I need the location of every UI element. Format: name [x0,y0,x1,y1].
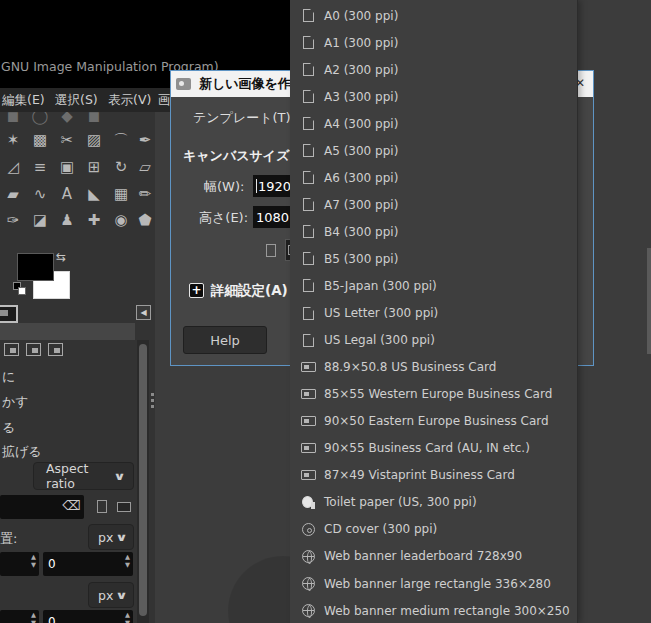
rotate-tool-icon[interactable]: ↻ [109,155,133,179]
clone-tool-icon[interactable]: ♟ [55,208,79,232]
option-feather-label[interactable]: かす [2,393,29,411]
shear-tool-icon[interactable]: ▱ [133,155,155,179]
chevron-down-icon: ∨ [115,589,128,602]
template-option[interactable]: A6 (300 ppi) [290,164,577,191]
landscape-orientation-button[interactable] [114,496,133,517]
menu-item-1[interactable]: 編集(E) [2,92,45,109]
perspective-clone-tool-icon[interactable]: ◉ [109,208,133,232]
template-option[interactable]: 85×55 Western Europe Business Card [290,381,577,408]
template-option[interactable]: A2 (300 ppi) [290,56,577,83]
pencil-tool-icon[interactable]: ✏ [133,182,155,206]
advanced-options-expander[interactable]: 詳細設定(A) [211,282,288,300]
portrait-orientation-button[interactable] [92,496,111,517]
position-y-spinner[interactable]: 0 ▲▼ [43,552,133,576]
tool-clipped-3-icon[interactable]: ◆ [55,112,79,128]
portrait-orientation-button[interactable] [261,239,281,261]
mode-replace-icon[interactable] [4,343,19,356]
perspective-tool-icon[interactable]: ▰ [1,182,25,206]
template-option[interactable]: US Letter (300 ppi) [290,300,577,327]
portrait-icon [97,500,107,513]
menu-item-3[interactable]: 表示(V) [108,92,151,109]
foreground-select-tool-icon[interactable]: ▨ [82,128,106,152]
globe-icon [300,548,316,564]
template-option[interactable]: 88.9×50.8 US Business Card [290,354,577,381]
gradient-tool-icon[interactable]: ▦ [109,182,133,206]
swap-colors-icon[interactable]: ⇆ [56,250,66,264]
template-option[interactable]: B5-Japan (300 ppi) [290,272,577,299]
size-width-spinner[interactable]: ▲▼ [0,610,39,623]
template-option[interactable]: A4 (300 ppi) [290,110,577,137]
template-option[interactable]: Web banner leaderboard 728x90 [290,543,577,570]
template-option[interactable]: CD cover (300 ppi) [290,516,577,543]
template-option[interactable]: B4 (300 ppi) [290,218,577,245]
color-picker-tool-icon[interactable]: ✒ [133,128,155,152]
option-antialias-label[interactable]: に [2,368,15,386]
text-caret [256,179,257,193]
measure-tool-icon[interactable]: ◿ [1,155,25,179]
menu-item-2[interactable]: 選択(S) [55,92,98,109]
template-option[interactable]: A5 (300 ppi) [290,137,577,164]
template-option[interactable]: A0 (300 ppi) [290,2,577,29]
crop-tool-icon[interactable]: ▣ [55,155,79,179]
paths-tool-icon[interactable]: ⌒ [109,128,133,152]
tool-options-scrollbar[interactable] [137,340,149,623]
dialog-title: 新しい画像を作成 [199,75,304,93]
template-option[interactable]: A1 (300 ppi) [290,29,577,56]
template-option[interactable]: Web banner medium rectangle 300×250 [290,597,577,623]
spin-up-icon[interactable]: ▲ [31,612,36,619]
panel-resize-handle[interactable] [151,393,154,411]
spin-down-icon[interactable]: ▼ [125,620,130,623]
help-button[interactable]: Help [183,326,267,354]
scissors-select-tool-icon[interactable]: ✂ [55,128,79,152]
unified-transform-tool-icon[interactable]: ⊞ [82,155,106,179]
eraser-tool-icon[interactable]: ◪ [28,208,52,232]
template-option[interactable]: US Legal (300 ppi) [290,327,577,354]
expander-plus-icon[interactable]: + [189,283,204,298]
template-option[interactable]: 90×50 Eastern Europe Business Card [290,408,577,435]
tool-clipped-2-icon[interactable]: ◯ [28,112,52,128]
fuzzy-select-tool-icon[interactable]: ✶ [1,128,25,152]
size-unit-select[interactable]: px ∨ [88,582,134,608]
option-expand-center-label[interactable]: 拡げる [2,443,42,461]
aspect-ratio-select[interactable]: Aspect ratio ∨ [33,462,134,490]
bucket-fill-tool-icon[interactable]: ◣ [82,182,106,206]
spin-down-icon[interactable]: ▼ [31,620,36,623]
spin-up-icon[interactable]: ▲ [31,554,36,561]
mode-subtract-icon[interactable] [48,343,63,356]
template-option[interactable]: A7 (300 ppi) [290,191,577,218]
spin-down-icon[interactable]: ▼ [31,562,36,569]
default-colors-icon[interactable] [13,282,26,295]
paintbrush-tool-icon[interactable]: ✑ [1,208,25,232]
tool-options-tab-icon[interactable] [0,305,18,323]
template-option[interactable]: 90×55 Business Card (AU, IN etc.) [290,435,577,462]
template-option[interactable]: A3 (300 ppi) [290,83,577,110]
mode-add-icon[interactable] [26,343,41,356]
template-option-label: B4 (300 ppi) [324,225,398,239]
position-unit-select[interactable]: px ∨ [88,524,134,550]
heal-tool-icon[interactable]: ✚ [82,208,106,232]
right-edge-scrollbar[interactable] [647,248,651,354]
smudge-tool-icon[interactable]: ⬟ [133,208,155,232]
spin-down-icon[interactable]: ▼ [125,562,130,569]
dock-menu-button[interactable]: ◀ [136,305,151,320]
template-option[interactable]: Web banner large rectangle 336×280 [290,570,577,597]
text-tool-icon[interactable]: A [55,182,79,206]
template-option-label: Web banner medium rectangle 300×250 [324,604,570,618]
aspect-ratio-input[interactable]: ⌫ [0,495,84,519]
scrollbar-thumb[interactable] [139,344,147,616]
option-rounded-label[interactable]: る [2,419,15,437]
warp-tool-icon[interactable]: ∿ [28,182,52,206]
select-by-color-tool-icon[interactable]: ▩ [28,128,52,152]
spin-up-icon[interactable]: ▲ [125,554,130,561]
template-option[interactable]: Toilet paper (US, 300 ppi) [290,489,577,516]
tool-clipped-1-icon[interactable]: ◼ [1,112,25,128]
position-x-spinner[interactable]: ▲▼ [0,552,39,576]
spin-up-icon[interactable]: ▲ [125,612,130,619]
tool-clipped-4-icon[interactable]: ◼ [82,112,106,128]
foreground-color-swatch[interactable] [17,253,54,281]
template-option[interactable]: B5 (300 ppi) [290,245,577,272]
template-option[interactable]: 87×49 Vistaprint Business Card [290,462,577,489]
clear-input-icon[interactable]: ⌫ [63,499,81,512]
size-height-spinner[interactable]: 0 ▲▼ [43,610,133,623]
align-tool-icon[interactable]: ≡ [28,155,52,179]
